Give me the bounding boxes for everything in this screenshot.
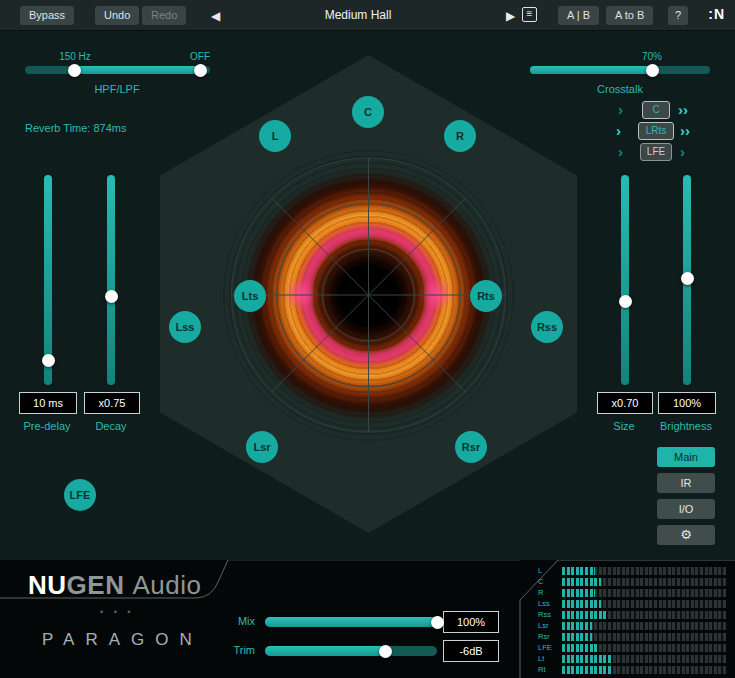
route-c-button[interactable]: C [642, 101, 670, 119]
predelay-value[interactable]: 10 ms [19, 392, 77, 414]
meter-row: L [538, 566, 726, 576]
channel-node-lts[interactable]: Lts [234, 280, 266, 312]
preset-name[interactable]: Medium Hall [258, 8, 458, 22]
meter-ticks [562, 644, 726, 652]
crosstalk-caption: Crosstalk [580, 83, 660, 95]
channel-node-r[interactable]: R [444, 120, 476, 152]
paragon-plugin-window: Bypass Undo Redo ◀ Medium Hall ▶ ≡ A | B… [0, 0, 735, 678]
meter-row: Lsr [538, 621, 726, 631]
meter-channel-label: C [538, 577, 562, 587]
route-lfe-button[interactable]: LFE [640, 143, 672, 161]
brand-nu: NU [28, 570, 67, 600]
channel-node-l[interactable]: L [259, 120, 291, 152]
size-slider[interactable] [621, 175, 629, 385]
decay-value[interactable]: x0.75 [84, 392, 140, 414]
route-out-chevron-icon[interactable]: › [680, 143, 685, 161]
size-handle[interactable] [619, 295, 632, 308]
trim-handle[interactable] [379, 645, 392, 658]
size-value[interactable]: x0.70 [597, 392, 653, 414]
meter-channel-label: Lsr [538, 621, 562, 631]
next-preset-icon[interactable]: ▶ [500, 7, 521, 25]
nugen-logo-icon: :N [708, 6, 725, 22]
output-meters: LCRLssRssLsrRsrLFELtRt [538, 566, 726, 676]
route-out-chevron-icon[interactable]: ›› [680, 122, 690, 140]
route-in-chevron-icon[interactable]: › [616, 122, 621, 140]
brand-dots: • • • [100, 607, 134, 617]
mix-slider[interactable] [265, 617, 437, 627]
brand-gen: GEN [67, 570, 125, 600]
meter-bar [562, 644, 726, 652]
meter-ticks [562, 578, 726, 586]
brightness-handle[interactable] [681, 272, 694, 285]
help-button[interactable]: ? [668, 6, 688, 25]
channel-node-rsr[interactable]: Rsr [455, 431, 487, 463]
decay-slider[interactable] [107, 175, 115, 385]
mix-caption: Mix [221, 615, 255, 627]
tab-io[interactable]: I/O [657, 499, 715, 519]
meter-ticks [562, 633, 726, 641]
meter-row: Lss [538, 599, 726, 609]
meter-channel-label: Rsr [538, 632, 562, 642]
meter-bar [562, 655, 726, 663]
channel-node-lsr[interactable]: Lsr [246, 431, 278, 463]
hpf-lpf-caption: HPF/LPF [77, 83, 157, 95]
bypass-button[interactable]: Bypass [20, 6, 74, 25]
meter-ticks [562, 655, 726, 663]
meter-row: Rsr [538, 632, 726, 642]
predelay-handle[interactable] [42, 354, 55, 367]
mix-handle[interactable] [431, 616, 444, 629]
meter-ticks [562, 600, 726, 608]
meter-row: Lt [538, 654, 726, 664]
meter-channel-label: L [538, 566, 562, 576]
brightness-caption: Brightness [650, 420, 722, 432]
route-out-chevron-icon[interactable]: ›› [678, 101, 688, 119]
brand-audio: Audio [132, 570, 201, 600]
size-caption: Size [597, 420, 651, 432]
decay-caption: Decay [84, 420, 138, 432]
brightness-value[interactable]: 100% [658, 392, 716, 414]
meter-ticks [562, 666, 726, 674]
lpf-handle[interactable] [194, 64, 207, 77]
route-in-chevron-icon[interactable]: › [618, 143, 623, 161]
meter-ticks [562, 567, 726, 575]
decay-handle[interactable] [105, 290, 118, 303]
meter-bar [562, 578, 726, 586]
product-name: PARAGON [42, 630, 203, 650]
meter-row: R [538, 588, 726, 598]
meter-bar [562, 567, 726, 575]
meter-bar [562, 600, 726, 608]
footer: NUGENAudio • • • PARAGON Mix 100% Trim -… [0, 560, 735, 678]
channel-node-lfe[interactable]: LFE [64, 479, 96, 511]
redo-button[interactable]: Redo [142, 6, 186, 25]
ab-compare-button[interactable]: A | B [558, 6, 599, 25]
route-in-chevron-icon[interactable]: › [618, 101, 623, 119]
mix-value[interactable]: 100% [443, 611, 499, 633]
meter-bar [562, 589, 726, 597]
hpf-handle[interactable] [68, 64, 81, 77]
preset-list-icon[interactable]: ≡ [522, 7, 537, 22]
crosstalk-value-label: 70% [632, 51, 672, 62]
channel-node-c[interactable]: C [352, 96, 384, 128]
meter-bar [562, 611, 726, 619]
a-to-b-button[interactable]: A to B [606, 6, 653, 25]
channel-node-lss[interactable]: Lss [169, 311, 201, 343]
meter-row: LFE [538, 643, 726, 653]
brand-logo: NUGENAudio [28, 570, 201, 601]
channel-node-rts[interactable]: Rts [470, 280, 502, 312]
route-lrts-button[interactable]: LRts [638, 122, 674, 140]
meter-channel-label: Lt [538, 654, 562, 664]
meter-ticks [562, 611, 726, 619]
tab-main[interactable]: Main [657, 447, 715, 467]
trim-value[interactable]: -6dB [443, 640, 499, 662]
settings-gear-button[interactable]: ⚙ [657, 525, 715, 545]
prev-preset-icon[interactable]: ◀ [205, 7, 226, 25]
crosstalk-handle[interactable] [646, 64, 659, 77]
tab-ir[interactable]: IR [657, 473, 715, 493]
undo-button[interactable]: Undo [95, 6, 139, 25]
predelay-caption: Pre-delay [19, 420, 75, 432]
meter-channel-label: R [538, 588, 562, 598]
meter-channel-label: Rss [538, 610, 562, 620]
channel-node-rss[interactable]: Rss [531, 311, 563, 343]
meter-channel-label: LFE [538, 643, 562, 653]
trim-slider[interactable] [265, 646, 437, 656]
